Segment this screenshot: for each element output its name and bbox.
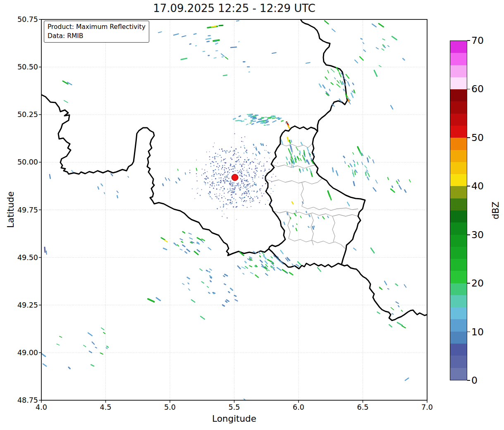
x-axis-label: Longitude [41, 413, 427, 424]
x-tick-label: 5.0 [155, 403, 184, 411]
x-tick-label: 5.5 [220, 403, 249, 411]
colorbar-tick-label: 20 [471, 277, 494, 289]
figure-title: 17.09.2025 12:25 - 12:29 UTC [41, 2, 427, 14]
colorbar-segment [450, 332, 467, 344]
colorbar-segment [450, 210, 467, 222]
colorbar-segment [450, 222, 467, 234]
colorbar-segment [450, 356, 467, 368]
colorbar-segment [450, 295, 467, 307]
colorbar-tick-label: 60 [471, 83, 494, 95]
colorbar-segment [450, 77, 467, 89]
colorbar-segment [450, 89, 467, 101]
colorbar [450, 41, 467, 380]
radar-site-marker [232, 174, 238, 181]
colorbar-segment [450, 198, 467, 210]
colorbar-tick-mark [467, 89, 470, 90]
x-tick-label: 6.5 [349, 403, 377, 411]
colorbar-segment [450, 319, 467, 331]
colorbar-segment [450, 150, 467, 162]
colorbar-segment [450, 307, 467, 319]
radar-map-figure: 17.09.2025 12:25 - 12:29 UTC Product: Ma… [0, 0, 504, 430]
colorbar-segment [450, 247, 467, 259]
colorbar-segment [450, 344, 467, 356]
colorbar-segment [450, 53, 467, 65]
y-tick-label: 50.00 [0, 158, 38, 166]
colorbar-tick-mark [467, 137, 470, 138]
colorbar-segment [450, 283, 467, 295]
colorbar-segment [450, 114, 467, 126]
colorbar-segment [450, 271, 467, 283]
colorbar-segment [450, 138, 467, 150]
y-tick-label: 49.00 [0, 349, 38, 357]
colorbar-unit-label: dBZ [490, 194, 500, 227]
annotation-product-line: Product: Maximum Reflectivity [48, 22, 146, 31]
colorbar-segment [450, 41, 467, 53]
y-tick-label: 49.25 [0, 301, 38, 309]
colorbar-segment [450, 162, 467, 174]
x-tick-label: 6.0 [284, 403, 313, 411]
colorbar-segment [450, 126, 467, 138]
colorbar-tick-mark [467, 186, 470, 186]
y-tick-label: 49.75 [0, 206, 38, 214]
colorbar-tick-label: 0 [471, 375, 494, 386]
colorbar-tick-mark [467, 40, 470, 41]
colorbar-segment [450, 235, 467, 247]
colorbar-tick-mark [467, 234, 470, 235]
colorbar-tick-label: 50 [471, 132, 494, 143]
colorbar-segment [450, 368, 467, 380]
colorbar-tick-label: 40 [471, 180, 494, 192]
annotation-data-line: Data: RMIB [48, 31, 146, 41]
y-tick-label: 50.50 [0, 63, 38, 71]
colorbar-segment [450, 65, 467, 77]
x-tick-label: 7.0 [413, 403, 442, 411]
colorbar-tick-mark [467, 332, 470, 332]
colorbar-tick-mark [467, 380, 470, 381]
colorbar-tick-label: 10 [471, 326, 494, 338]
colorbar-tick-label: 30 [471, 229, 494, 241]
colorbar-tick-mark [467, 283, 470, 284]
colorbar-segment [450, 174, 467, 186]
colorbar-tick-label: 70 [471, 35, 494, 46]
y-tick-label: 50.75 [0, 15, 38, 24]
y-tick-label: 49.50 [0, 253, 38, 262]
y-tick-label: 50.25 [0, 110, 38, 119]
colorbar-segment [450, 101, 467, 113]
y-tick-label: 48.75 [0, 396, 38, 404]
x-tick-label: 4.0 [27, 403, 56, 411]
colorbar-segment [450, 259, 467, 271]
colorbar-segment [450, 186, 467, 198]
x-tick-label: 4.5 [91, 403, 120, 411]
plot-area-svg [0, 0, 504, 430]
annotation-box: Product: Maximum Reflectivity Data: RMIB [44, 21, 149, 43]
